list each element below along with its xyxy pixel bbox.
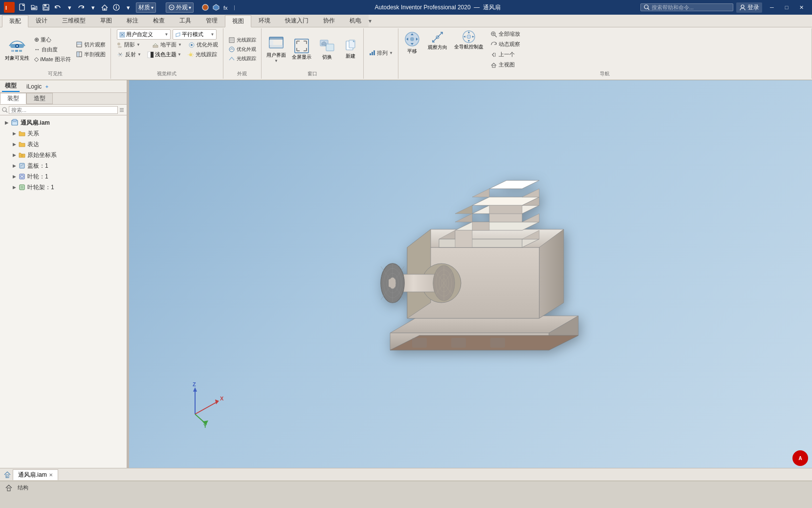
new-window-button[interactable]: 新建	[341, 38, 360, 61]
svg-marker-107	[489, 180, 539, 189]
svg-rect-42	[229, 38, 234, 43]
user-defined-dropdown[interactable]: 用户自定义 ▼	[117, 29, 171, 40]
tree-item-expression[interactable]: ▶ 表达	[0, 139, 127, 150]
tab-协作[interactable]: 协作	[316, 15, 342, 27]
reflection-button[interactable]: 反射 ▼	[115, 50, 143, 59]
texture-on-button[interactable]: 光线跟踪	[226, 36, 258, 44]
sidebar-ilogic-tab[interactable]: iLogic +	[23, 82, 51, 91]
close-button[interactable]: ✕	[794, 2, 808, 12]
search-input[interactable]	[652, 4, 730, 10]
close-tab-button[interactable]: ✕	[49, 472, 53, 478]
assembly-tab[interactable]: 装型	[0, 93, 26, 104]
fullscreen-button[interactable]: 全屏显示	[290, 37, 313, 62]
window-group-label: 窗口	[264, 69, 360, 78]
half-section-button[interactable]: 半剖视图	[74, 50, 108, 59]
sidebar-menu-icon[interactable]	[119, 107, 125, 113]
switch-button[interactable]: 切换	[315, 37, 339, 62]
tree-item-relations[interactable]: ▶ 关系	[0, 128, 127, 139]
sidebar-search-input[interactable]	[9, 106, 118, 114]
view-direction-button[interactable]: 观察方向	[426, 29, 449, 52]
zoom-all-button[interactable]: 全部缩放	[488, 29, 522, 39]
ray-tracing-button[interactable]: 光线跟踪	[185, 50, 219, 59]
tab-机电[interactable]: 机电	[342, 15, 369, 27]
ray-tracing-btn2[interactable]: 光线跟踪	[226, 54, 258, 63]
nav-group-label: 导航	[401, 69, 809, 78]
home-view-button[interactable]: 主视图	[488, 60, 522, 69]
ribbon-overflow-button[interactable]: ▾	[369, 18, 376, 24]
tab-标注[interactable]: 标注	[119, 15, 146, 27]
user-interface-button[interactable]: 用户界面 ▼	[264, 35, 288, 64]
tab-草图[interactable]: 草图	[93, 15, 119, 27]
ranking-button[interactable]: 排列 ▼	[367, 48, 395, 58]
svg-rect-4	[44, 4, 46, 6]
tree-item-cover[interactable]: ▶ 盖板：1	[0, 160, 127, 171]
more-dropdown-button[interactable]: ▾	[123, 2, 133, 12]
optimize-exterior-btn2[interactable]: 优化外观	[226, 45, 258, 54]
svg-rect-19	[11, 50, 14, 52]
home-nav-button[interactable]	[2, 469, 13, 480]
svg-marker-105	[472, 189, 489, 197]
minimize-button[interactable]: ─	[765, 2, 779, 12]
redo-dropdown-button[interactable]: ▾	[88, 2, 98, 12]
parallel-mode-dropdown[interactable]: 平行模式 ▼	[173, 29, 217, 40]
tree-item-frame[interactable]: ▶ 叶轮架：1	[0, 182, 127, 193]
tree-item-root[interactable]: ▶ 通风扇.iam	[0, 117, 127, 128]
tab-设计[interactable]: 设计	[28, 15, 55, 27]
search-field	[640, 3, 733, 11]
tab-装配[interactable]: 装配	[2, 15, 28, 27]
svg-point-15	[741, 5, 744, 8]
circle-icon	[201, 3, 209, 11]
dynamic-observe-button[interactable]: 动态观察	[488, 40, 522, 49]
center-of-gravity-button[interactable]: ⊕ 重心	[32, 35, 73, 44]
modeling-tab[interactable]: 造型	[26, 93, 53, 104]
maximize-button[interactable]: □	[780, 2, 793, 12]
tree-item-origin[interactable]: ▶ 原始坐标系	[0, 150, 127, 160]
new-button[interactable]	[18, 2, 27, 12]
tree-item-impeller[interactable]: ▶ 叶轮：1	[0, 171, 127, 182]
tab-检查[interactable]: 检查	[146, 15, 172, 27]
undo-dropdown-button[interactable]: ▾	[65, 2, 74, 12]
shadow-button[interactable]: 阴影 ▼	[114, 40, 148, 49]
degrees-of-freedom-button[interactable]: ↔ 自由度	[32, 45, 73, 54]
tab-快速入门[interactable]: 快速入门	[278, 15, 316, 27]
undo-button[interactable]	[53, 2, 63, 12]
open-button[interactable]	[29, 2, 39, 12]
bottom-tab-file[interactable]: 通风扇.iam ✕	[13, 469, 58, 480]
light-theme-dropdown[interactable]: 浅色主题 ▼	[145, 50, 183, 59]
sidebar-model-tab[interactable]: 模型	[2, 81, 20, 92]
tab-工具[interactable]: 工具	[172, 15, 198, 27]
properties-button[interactable]	[111, 2, 121, 12]
main-layout: 模型 iLogic + 装型 造型	[0, 80, 812, 468]
tab-环境[interactable]: 环境	[251, 15, 278, 27]
clip-view-button[interactable]: 切片观察	[74, 40, 108, 49]
tab-三维模型[interactable]: 三维模型	[55, 15, 93, 27]
status-home-button[interactable]	[4, 483, 14, 493]
clip-options: 切片观察 半剖视图	[74, 40, 108, 59]
part2-icon	[19, 173, 25, 180]
viewport[interactable]: X Y Z A	[129, 80, 812, 468]
add-ilogic-button[interactable]: +	[45, 84, 48, 89]
optimize-exterior-button[interactable]: 优化外观	[186, 40, 220, 49]
svg-text:fx: fx	[223, 5, 228, 11]
svg-marker-102	[455, 205, 472, 214]
tab-视图[interactable]: 视图	[225, 15, 251, 27]
imate-icon-button[interactable]: ◇ iMate 图示符	[32, 55, 73, 64]
prev-view-button[interactable]: 上一个	[488, 50, 522, 59]
object-visibility-button[interactable]: 对象可见性	[3, 36, 31, 63]
view-dir-icon	[431, 30, 444, 44]
redo-button[interactable]	[76, 2, 86, 12]
home-button[interactable]	[100, 2, 110, 12]
coordinate-axes: X Y Z	[178, 380, 227, 429]
appearance-dropdown[interactable]: 外观 ▾	[166, 2, 194, 13]
svg-text:Y: Y	[203, 423, 207, 429]
full-nav-button[interactable]: 全导航控制盘	[452, 29, 485, 51]
pan-button[interactable]: 平移	[401, 29, 423, 56]
material-dropdown[interactable]: 材质 ▾	[136, 2, 156, 13]
pan-icon	[403, 30, 421, 48]
save-button[interactable]	[41, 2, 51, 12]
tab-管理[interactable]: 管理	[198, 15, 225, 27]
ground-plane-button[interactable]: 地平面 ▼	[150, 40, 184, 49]
svg-marker-109	[472, 222, 489, 230]
login-button[interactable]: 登录	[736, 2, 762, 13]
svg-text:X: X	[220, 396, 224, 401]
